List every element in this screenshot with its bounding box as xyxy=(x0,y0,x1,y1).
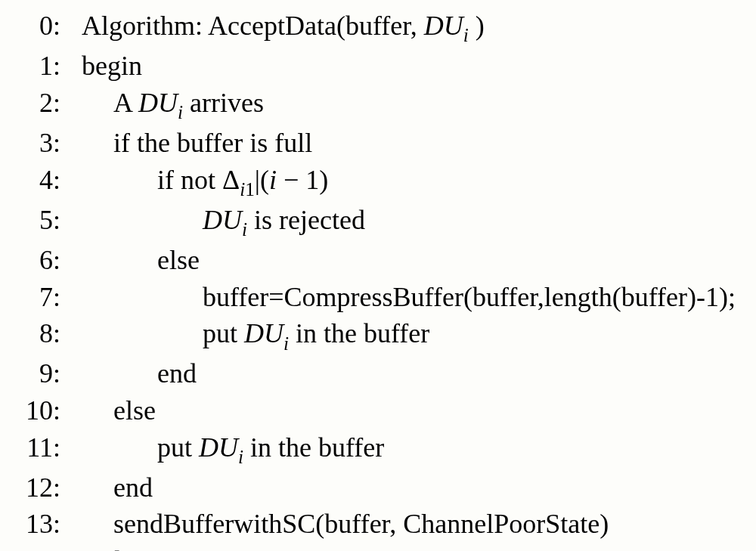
line-code: buffer=CompressBuffer(buffer,length(buff… xyxy=(82,279,736,316)
line-code: Algorithm: AcceptData(buffer, DUi ) xyxy=(82,8,485,48)
line-code: end xyxy=(82,543,121,551)
algo-line: 5: DUi is rejected xyxy=(8,202,741,242)
line-code: else xyxy=(82,392,156,429)
algo-line: 1: begin xyxy=(8,48,741,85)
line-code: DUi is rejected xyxy=(82,202,365,242)
algo-line: 13: sendBufferwithSC(buffer, ChannelPoor… xyxy=(8,506,741,543)
line-number: 3: xyxy=(8,125,82,162)
line-code: sendBufferwithSC(buffer, ChannelPoorStat… xyxy=(82,506,609,543)
line-number: 6: xyxy=(8,242,82,279)
algo-line: 6: else xyxy=(8,242,741,279)
algo-line: 14: end xyxy=(8,543,741,551)
line-code: if not Δi1|(i − 1) xyxy=(82,162,328,202)
line-code: if the buffer is full xyxy=(82,125,312,162)
line-number: 14: xyxy=(8,543,82,551)
line-number: 8: xyxy=(8,315,82,352)
line-number: 13: xyxy=(8,506,82,543)
line-number: 1: xyxy=(8,48,82,85)
line-number: 11: xyxy=(8,429,82,466)
algo-line: 8: put DUi in the buffer xyxy=(8,315,741,355)
algo-line: 3: if the buffer is full xyxy=(8,125,741,162)
algo-line: 0: Algorithm: AcceptData(buffer, DUi ) xyxy=(8,8,741,48)
algorithm-listing: 0: Algorithm: AcceptData(buffer, DUi ) 1… xyxy=(0,0,756,551)
line-number: 2: xyxy=(8,85,82,122)
line-number: 12: xyxy=(8,469,82,506)
algo-line: 2: A DUi arrives xyxy=(8,85,741,125)
line-code: end xyxy=(82,469,153,506)
algo-line: 7: buffer=CompressBuffer(buffer,length(b… xyxy=(8,279,741,316)
line-code: end xyxy=(82,355,197,392)
line-code: put DUi in the buffer xyxy=(82,315,429,355)
line-number: 10: xyxy=(8,392,82,429)
line-number: 0: xyxy=(8,8,82,45)
line-code: else xyxy=(82,242,200,279)
line-number: 4: xyxy=(8,162,82,199)
algo-line: 10: else xyxy=(8,392,741,429)
algo-line: 9: end xyxy=(8,355,741,392)
line-number: 7: xyxy=(8,279,82,316)
algo-line: 12: end xyxy=(8,469,741,506)
line-code: A DUi arrives xyxy=(82,85,264,125)
line-number: 5: xyxy=(8,202,82,239)
algo-line: 4: if not Δi1|(i − 1) xyxy=(8,162,741,202)
algo-line: 11: put DUi in the buffer xyxy=(8,429,741,469)
line-code: put DUi in the buffer xyxy=(82,429,384,469)
line-code: begin xyxy=(82,48,142,85)
line-number: 9: xyxy=(8,355,82,392)
